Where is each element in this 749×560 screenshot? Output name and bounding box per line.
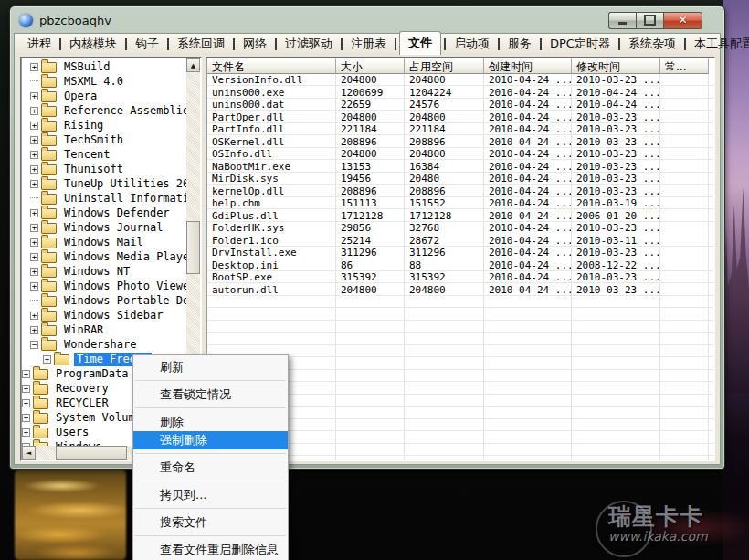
tree-item[interactable]: +Windows Journal (22, 220, 186, 235)
expand-plus-icon[interactable]: + (30, 107, 38, 115)
column-header[interactable]: 创建时间 (484, 58, 572, 74)
tree-item[interactable]: +Windows Photo Viewer (22, 279, 186, 293)
tree-item[interactable]: +MSBuild (22, 59, 186, 74)
expand-plus-icon[interactable]: + (30, 136, 38, 144)
menu-item[interactable]: 搜索文件 (133, 513, 288, 532)
tree-item[interactable]: +Reference Assemblies (22, 103, 186, 118)
expand-plus-icon[interactable]: + (22, 428, 30, 437)
expand-plus-icon[interactable]: + (22, 399, 30, 407)
expand-plus-icon[interactable]: + (30, 326, 38, 334)
expand-plus-icon[interactable]: + (30, 122, 38, 130)
column-header[interactable]: 常... (660, 58, 709, 74)
tree-item[interactable]: +Windows Mail (22, 235, 186, 249)
menu-item[interactable]: 删除 (133, 413, 288, 431)
menu-item[interactable]: 查看文件重启删除信息 (133, 541, 288, 559)
table-row[interactable]: NaBootMir.exe13153163842010-04-24 ...201… (207, 161, 713, 174)
scroll-up-button[interactable]: ▲ (186, 58, 200, 72)
table-row[interactable]: DrvInstall.exe3112963112962010-04-24 ...… (207, 247, 713, 259)
menu-item[interactable]: 查看锁定情况 (133, 386, 288, 404)
table-row[interactable]: autorun.dll2048002048002010-04-24 ...201… (207, 284, 713, 297)
expand-plus-icon[interactable]: + (22, 385, 30, 393)
expand-plus-icon[interactable]: + (30, 238, 38, 247)
menu-item[interactable]: 拷贝到... (133, 486, 288, 504)
tree-item[interactable]: +TechSmith (22, 132, 186, 147)
table-row[interactable]: kernelOp.dll2088962088962010-04-24 ...20… (207, 185, 713, 198)
menu-item[interactable]: 重命名 (133, 459, 288, 477)
tree-item[interactable]: +WinRAR (22, 322, 186, 337)
tab-item[interactable]: 网络 (237, 34, 272, 55)
close-button[interactable]: ✕ (664, 12, 702, 29)
table-row[interactable]: VersionInfo.dll2048002048002010-04-24 ..… (207, 74, 713, 87)
tab-item[interactable]: 注册表 (345, 34, 392, 55)
table-row[interactable]: Folder1.ico25214286722010-04-24 ...2010-… (207, 235, 713, 248)
tree-item[interactable]: +Windows Defender (22, 206, 186, 220)
table-row[interactable]: MirDisk.sys19456204802010-04-24 ...2010-… (207, 173, 713, 185)
tab-item[interactable]: 过滤驱动 (280, 34, 338, 55)
tab-active[interactable]: 文件 (399, 31, 441, 56)
tree-item[interactable]: −Wondershare (22, 337, 186, 352)
maximize-button[interactable] (636, 12, 664, 29)
tree-item[interactable]: MSXML 4.0 (22, 74, 186, 89)
tab-item[interactable]: 钩子 (130, 34, 164, 55)
table-row[interactable]: unins000.dat22659245762010-04-24 ...2010… (207, 99, 713, 111)
tree-item[interactable]: +Opera (22, 89, 186, 103)
tab-item[interactable]: 启动项 (448, 34, 495, 55)
tree-item[interactable]: +Windows Sidebar (22, 308, 186, 322)
tree-item[interactable]: +Rising (22, 118, 186, 132)
tab-item[interactable]: 本工具配置 (689, 34, 749, 55)
vertical-scroll-thumb[interactable] (186, 221, 200, 274)
expand-plus-icon[interactable]: + (43, 355, 51, 364)
menu-item[interactable]: 刷新 (133, 358, 288, 376)
table-cell: 2010-04-24 ... (484, 136, 572, 149)
tree-item[interactable]: +Windows NT (22, 264, 186, 279)
expand-plus-icon[interactable]: + (30, 282, 38, 291)
tab-item[interactable]: 服务 (502, 34, 537, 55)
column-header[interactable]: 文件名 (207, 58, 336, 74)
table-row[interactable]: PartOper.dll2048002048002010-04-24 ...20… (207, 111, 713, 124)
table-cell (660, 99, 709, 111)
table-row[interactable]: BootSP.exe3153923153922010-04-24 ...2010… (207, 271, 713, 284)
table-row[interactable]: help.chm1511131515522010-04-24 ...2010-0… (207, 197, 713, 210)
collapse-minus-icon[interactable]: − (30, 341, 38, 349)
expand-plus-icon[interactable]: + (30, 224, 38, 232)
table-row[interactable]: unins000.exe120069912042242010-04-24 ...… (207, 87, 713, 100)
expand-plus-icon[interactable]: + (30, 63, 38, 71)
expand-plus-icon[interactable]: + (30, 151, 38, 159)
table-cell: 208896 (405, 136, 484, 149)
tab-item[interactable]: DPC定时器 (544, 34, 616, 55)
scroll-left-button[interactable]: ◄ (22, 446, 36, 460)
table-row[interactable]: FolderHK.sys29856327682010-04-24 ...2010… (207, 222, 713, 235)
expand-plus-icon[interactable]: + (30, 165, 38, 174)
expand-plus-icon[interactable]: + (30, 209, 38, 217)
column-header[interactable]: 大小 (336, 58, 405, 74)
expand-plus-icon[interactable]: + (30, 253, 38, 261)
tree-item[interactable]: +Thunisoft (22, 162, 186, 176)
tab-item[interactable]: 系统回调 (172, 34, 230, 55)
expand-plus-icon[interactable]: + (30, 268, 38, 276)
expand-plus-icon[interactable]: + (30, 312, 38, 320)
tab-item[interactable]: 进程 (22, 34, 57, 55)
expand-plus-icon[interactable]: + (30, 92, 38, 100)
expand-plus-icon[interactable]: + (22, 370, 30, 378)
table-row[interactable]: GdiPlus.dll171212817121282010-04-24 ...2… (207, 210, 713, 223)
tree-item[interactable]: +Tencent (22, 147, 186, 162)
table-row[interactable]: PartInfo.dll2211842211842010-04-24 ...20… (207, 123, 713, 136)
column-header[interactable]: 占用空间 (405, 58, 484, 74)
tab-item[interactable]: 系统杂项 (623, 34, 681, 55)
tab-separator (498, 38, 500, 50)
table-row[interactable]: OSInfo.dll2048002048002010-04-24 ...2010… (207, 148, 713, 161)
expand-plus-icon[interactable]: + (30, 180, 38, 188)
minimize-button[interactable] (608, 12, 636, 29)
column-header[interactable]: 修改时间 (572, 58, 660, 74)
tree-item[interactable]: Uninstall Information (22, 191, 186, 206)
table-row[interactable]: OSKernel.dll2088962088962010-04-24 ...20… (207, 136, 713, 149)
tab-item[interactable]: 内核模块 (64, 34, 122, 55)
tree-item[interactable]: +TuneUp Utilities 2010 (22, 176, 186, 191)
tree-item[interactable]: +Windows Media Player (22, 249, 186, 264)
tree-item[interactable]: Windows Portable Devi (22, 293, 186, 308)
table-row[interactable]: Desktop.ini86882010-04-24 ...2008-12-22 … (207, 259, 713, 272)
horizontal-scroll-thumb[interactable] (56, 446, 127, 460)
menu-item[interactable]: 强制删除 (133, 431, 288, 449)
title-bar[interactable]: pbzcboaqhv ✕ (12, 8, 723, 32)
expand-plus-icon[interactable]: + (22, 414, 30, 422)
